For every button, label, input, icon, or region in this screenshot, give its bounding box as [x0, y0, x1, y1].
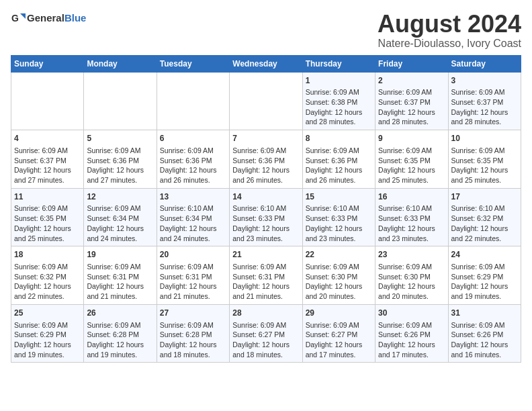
day-number: 23	[378, 249, 445, 261]
day-detail-line: Daylight: 12 hours	[160, 165, 226, 175]
day-detail-line: Daylight: 12 hours	[378, 224, 445, 234]
day-number: 29	[306, 308, 372, 319]
day-detail-line: Sunset: 6:33 PM	[232, 214, 299, 224]
day-detail-line: and 24 minutes.	[87, 234, 153, 244]
day-detail-line: Daylight: 12 hours	[378, 340, 445, 350]
calendar-cell: 13Sunrise: 6:10 AMSunset: 6:34 PMDayligh…	[157, 188, 229, 246]
day-detail-line: Sunrise: 6:09 AM	[232, 320, 299, 330]
day-detail-line: and 26 minutes.	[232, 175, 299, 185]
day-detail-line: and 26 minutes.	[306, 175, 372, 185]
calendar-cell	[157, 72, 229, 130]
day-detail-line: Sunrise: 6:10 AM	[378, 203, 445, 214]
day-number: 30	[378, 308, 445, 319]
calendar-week-2: 4Sunrise: 6:09 AMSunset: 6:37 PMDaylight…	[11, 130, 521, 189]
day-detail-line: and 28 minutes.	[378, 117, 445, 127]
calendar-cell: 4Sunrise: 6:09 AMSunset: 6:37 PMDaylight…	[11, 130, 84, 189]
day-detail-line: Sunrise: 6:09 AM	[306, 146, 372, 156]
day-detail-line: Sunrise: 6:09 AM	[378, 320, 445, 330]
day-detail-line: Sunset: 6:32 PM	[14, 272, 81, 282]
calendar-cell: 20Sunrise: 6:09 AMSunset: 6:31 PMDayligh…	[157, 246, 229, 305]
day-detail-line: Sunrise: 6:09 AM	[451, 320, 518, 330]
day-detail-line: and 20 minutes.	[378, 291, 445, 302]
day-detail-line: Sunrise: 6:10 AM	[160, 203, 226, 214]
day-detail-line: Daylight: 12 hours	[451, 340, 518, 350]
day-detail-line: Daylight: 12 hours	[378, 107, 445, 118]
day-detail-line: Sunrise: 6:09 AM	[451, 146, 518, 156]
weekday-header-row: SundayMondayTuesdayWednesdayThursdayFrid…	[11, 55, 521, 72]
day-detail-line: and 17 minutes.	[378, 350, 445, 360]
calendar-cell: 8Sunrise: 6:09 AMSunset: 6:36 PMDaylight…	[302, 130, 375, 189]
logo-general-text: General	[27, 12, 64, 24]
calendar-cell: 19Sunrise: 6:09 AMSunset: 6:31 PMDayligh…	[84, 246, 157, 305]
day-detail-line: Daylight: 12 hours	[87, 281, 153, 291]
day-detail-line: Sunrise: 6:09 AM	[378, 146, 445, 156]
day-detail-line: Daylight: 12 hours	[14, 165, 81, 175]
calendar-cell: 7Sunrise: 6:09 AMSunset: 6:36 PMDaylight…	[230, 130, 302, 189]
day-detail-line: and 20 minutes.	[306, 291, 372, 302]
day-number: 3	[451, 75, 518, 87]
calendar-cell: 5Sunrise: 6:09 AMSunset: 6:36 PMDaylight…	[84, 130, 157, 189]
calendar-cell: 17Sunrise: 6:10 AMSunset: 6:32 PMDayligh…	[448, 188, 521, 246]
calendar-week-4: 18Sunrise: 6:09 AMSunset: 6:32 PMDayligh…	[11, 246, 521, 305]
day-detail-line: Sunrise: 6:09 AM	[306, 320, 372, 330]
day-number: 9	[378, 133, 445, 144]
calendar-body: 1Sunrise: 6:09 AMSunset: 6:38 PMDaylight…	[11, 72, 521, 363]
day-detail-line: Sunrise: 6:09 AM	[451, 87, 518, 97]
day-detail-line: Sunset: 6:37 PM	[14, 156, 81, 166]
logo-blue-text: Blue	[64, 12, 87, 24]
day-detail-line: Sunset: 6:28 PM	[160, 330, 226, 340]
day-detail-line: Sunset: 6:33 PM	[378, 214, 445, 224]
calendar-cell: 25Sunrise: 6:09 AMSunset: 6:29 PMDayligh…	[11, 304, 84, 363]
day-detail-line: Sunset: 6:37 PM	[451, 97, 518, 107]
calendar-cell: 30Sunrise: 6:09 AMSunset: 6:26 PMDayligh…	[375, 304, 448, 363]
day-detail-line: Daylight: 12 hours	[87, 224, 153, 234]
logo: G GeneralBlue	[11, 11, 86, 26]
day-detail-line: Daylight: 12 hours	[160, 224, 226, 234]
day-number: 12	[87, 191, 153, 203]
calendar-cell: 31Sunrise: 6:09 AMSunset: 6:26 PMDayligh…	[448, 304, 521, 363]
day-number: 28	[232, 308, 299, 319]
day-detail-line: and 19 minutes.	[451, 291, 518, 302]
calendar-cell: 12Sunrise: 6:09 AMSunset: 6:34 PMDayligh…	[84, 188, 157, 246]
day-detail-line: Daylight: 12 hours	[306, 107, 372, 118]
day-detail-line: Sunset: 6:35 PM	[378, 156, 445, 166]
day-detail-line: Daylight: 12 hours	[87, 165, 153, 175]
calendar-cell: 29Sunrise: 6:09 AMSunset: 6:27 PMDayligh…	[302, 304, 375, 363]
day-detail-line: and 19 minutes.	[87, 350, 153, 360]
day-number: 7	[232, 133, 299, 144]
calendar-cell	[84, 72, 157, 130]
calendar-cell: 18Sunrise: 6:09 AMSunset: 6:32 PMDayligh…	[11, 246, 84, 305]
weekday-header-thursday: Thursday	[302, 55, 375, 72]
calendar-cell: 22Sunrise: 6:09 AMSunset: 6:30 PMDayligh…	[302, 246, 375, 305]
day-detail-line: and 24 minutes.	[160, 234, 226, 244]
day-detail-line: Sunrise: 6:10 AM	[451, 203, 518, 214]
day-detail-line: Sunset: 6:36 PM	[160, 156, 226, 166]
calendar-cell: 14Sunrise: 6:10 AMSunset: 6:33 PMDayligh…	[230, 188, 302, 246]
calendar-cell: 24Sunrise: 6:09 AMSunset: 6:29 PMDayligh…	[448, 246, 521, 305]
day-detail-line: Sunset: 6:35 PM	[14, 214, 81, 224]
day-detail-line: Sunset: 6:26 PM	[378, 330, 445, 340]
calendar-cell: 21Sunrise: 6:09 AMSunset: 6:31 PMDayligh…	[230, 246, 302, 305]
day-detail-line: Sunset: 6:31 PM	[87, 272, 153, 282]
header: G GeneralBlue August 2024 Natere-Dioulas…	[11, 11, 521, 50]
day-detail-line: Sunset: 6:35 PM	[451, 156, 518, 166]
day-detail-line: Daylight: 12 hours	[232, 340, 299, 350]
day-detail-line: and 21 minutes.	[232, 291, 299, 302]
day-detail-line: Daylight: 12 hours	[160, 340, 226, 350]
day-detail-line: and 22 minutes.	[14, 291, 81, 302]
day-detail-line: Daylight: 12 hours	[451, 165, 518, 175]
day-detail-line: Daylight: 12 hours	[451, 224, 518, 234]
day-detail-line: Daylight: 12 hours	[451, 281, 518, 291]
day-detail-line: Sunrise: 6:09 AM	[14, 203, 81, 214]
day-number: 19	[87, 249, 153, 261]
day-detail-line: Sunrise: 6:09 AM	[232, 146, 299, 156]
day-number: 6	[160, 133, 226, 144]
day-detail-line: Sunset: 6:34 PM	[87, 214, 153, 224]
day-number: 10	[451, 133, 518, 144]
calendar-cell: 9Sunrise: 6:09 AMSunset: 6:35 PMDaylight…	[375, 130, 448, 189]
day-detail-line: and 21 minutes.	[160, 291, 226, 302]
day-number: 15	[306, 191, 372, 203]
day-number: 27	[160, 308, 226, 319]
day-detail-line: and 22 minutes.	[451, 234, 518, 244]
calendar-cell	[230, 72, 302, 130]
